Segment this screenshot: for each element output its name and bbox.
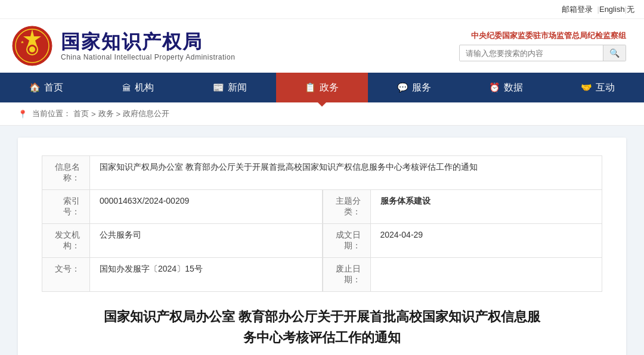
nav-policy-label: 政务	[320, 82, 339, 94]
nav-org-label: 机构	[135, 82, 154, 94]
svg-point-4	[29, 46, 35, 52]
logo-area: 国家知识产权局 China National Intellectual Prop…	[12, 26, 235, 66]
ref-num-label: 索引号：	[42, 190, 90, 223]
nav-home[interactable]: 🏠 首页	[0, 73, 92, 102]
breadcrumb-sep2: >	[116, 110, 121, 119]
info-row-title: 信息名称： 国家知识产权局办公室 教育部办公厅关于开展首批高校国家知识产权信息服…	[42, 156, 602, 190]
dept-label: 发文机构：	[42, 224, 90, 257]
date-label: 成文日期：	[323, 224, 371, 257]
home-icon: 🏠	[29, 82, 41, 93]
article-title-line1: 国家知识产权局办公室 教育部办公厅关于开展首批高校国家知识产权信息服	[42, 306, 602, 327]
info-row-dept: 发文机构： 公共服务司 成文日期： 2024-04-29	[42, 224, 602, 258]
breadcrumb-current: 政府信息公开	[123, 108, 169, 119]
nav-data-label: 数据	[504, 82, 523, 94]
date-value: 2024-04-29	[371, 224, 603, 257]
expire-value	[371, 258, 603, 291]
info-title-value: 国家知识产权局办公室 教育部办公厅关于开展首批高校国家知识产权信息服务中心考核评…	[90, 156, 602, 189]
category-label: 主题分类：	[323, 190, 371, 223]
doc-num-label: 文号：	[42, 258, 90, 291]
breadcrumb-label: 当前位置：	[32, 108, 71, 119]
info-half-ref: 索引号： 00001463X/2024-00209	[42, 190, 323, 223]
logo-emblem-icon	[12, 26, 52, 66]
nav-org[interactable]: 🏛 机构	[92, 73, 184, 102]
org-icon: 🏛	[122, 83, 131, 93]
expire-label: 废止日期：	[323, 258, 371, 291]
nav-service-label: 服务	[412, 82, 431, 94]
service-icon: 💬	[397, 82, 408, 93]
nav-data[interactable]: ⏰ 数据	[460, 73, 552, 102]
nav-news[interactable]: 📰 新闻	[184, 73, 276, 102]
mail-login-link[interactable]: 邮箱登录	[562, 4, 593, 15]
english-link[interactable]: English	[599, 5, 625, 14]
nav-policy[interactable]: 📋 政务	[276, 73, 368, 102]
main-nav: 🏠 首页 🏛 机构 📰 新闻 📋 政务 💬 服务 ⏰ 数据 🤝 互动	[0, 73, 644, 102]
notice-link[interactable]: 中央纪委国家监委驻市场监管总局纪检监察组	[471, 30, 626, 41]
info-table: 信息名称： 国家知识产权局办公室 教育部办公厅关于开展首批高校国家知识产权信息服…	[42, 155, 602, 292]
info-title-label: 信息名称：	[42, 156, 90, 189]
dept-value: 公共服务司	[90, 224, 323, 257]
location-icon: 📍	[18, 110, 27, 119]
logo-text: 国家知识产权局 China National Intellectual Prop…	[61, 30, 235, 61]
header: 国家知识产权局 China National Intellectual Prop…	[0, 19, 644, 73]
breadcrumb-sep1: >	[91, 110, 96, 119]
search-input[interactable]	[460, 46, 603, 61]
search-button[interactable]: 🔍	[603, 45, 626, 61]
main-content: 信息名称： 国家知识产权局办公室 教育部办公厅关于开展首批高校国家知识产权信息服…	[18, 138, 626, 355]
lang-other[interactable]: 无	[627, 4, 634, 15]
info-half-expire: 废止日期：	[323, 258, 603, 291]
info-row-docnum: 文号： 国知办发服字〔2024〕15号 废止日期：	[42, 258, 602, 292]
search-bar: 🔍	[459, 45, 626, 61]
site-name-en: China National Intellectual Property Adm…	[61, 53, 235, 61]
breadcrumb-policy[interactable]: 政务	[98, 108, 114, 119]
interact-icon: 🤝	[581, 82, 592, 93]
info-half-date: 成文日期： 2024-04-29	[323, 224, 603, 257]
site-name-cn: 国家知识产权局	[61, 30, 235, 53]
nav-interact-label: 互动	[596, 82, 615, 94]
policy-icon: 📋	[305, 82, 316, 93]
ref-num-value: 00001463X/2024-00209	[90, 190, 323, 223]
news-icon: 📰	[213, 82, 224, 93]
category-value: 服务体系建设	[371, 190, 603, 223]
info-half-dept: 发文机构： 公共服务司	[42, 224, 323, 257]
data-icon: ⏰	[489, 82, 500, 93]
article-title: 国家知识产权局办公室 教育部办公厅关于开展首批高校国家知识产权信息服 务中心考核…	[42, 306, 602, 348]
header-right: 中央纪委国家监委驻市场监管总局纪检监察组 🔍	[459, 30, 626, 61]
article-title-line2: 务中心考核评估工作的通知	[42, 327, 602, 348]
doc-num-value: 国知办发服字〔2024〕15号	[90, 258, 323, 291]
top-bar: 邮箱登录 | English | 无	[0, 0, 644, 19]
nav-service[interactable]: 💬 服务	[368, 73, 460, 102]
breadcrumb-home[interactable]: 首页	[73, 108, 89, 119]
nav-news-label: 新闻	[228, 82, 247, 94]
info-row-ref: 索引号： 00001463X/2024-00209 主题分类： 服务体系建设	[42, 190, 602, 224]
nav-interact[interactable]: 🤝 互动	[552, 73, 644, 102]
nav-home-label: 首页	[44, 82, 63, 94]
info-half-docnum: 文号： 国知办发服字〔2024〕15号	[42, 258, 323, 291]
info-half-category: 主题分类： 服务体系建设	[323, 190, 603, 223]
